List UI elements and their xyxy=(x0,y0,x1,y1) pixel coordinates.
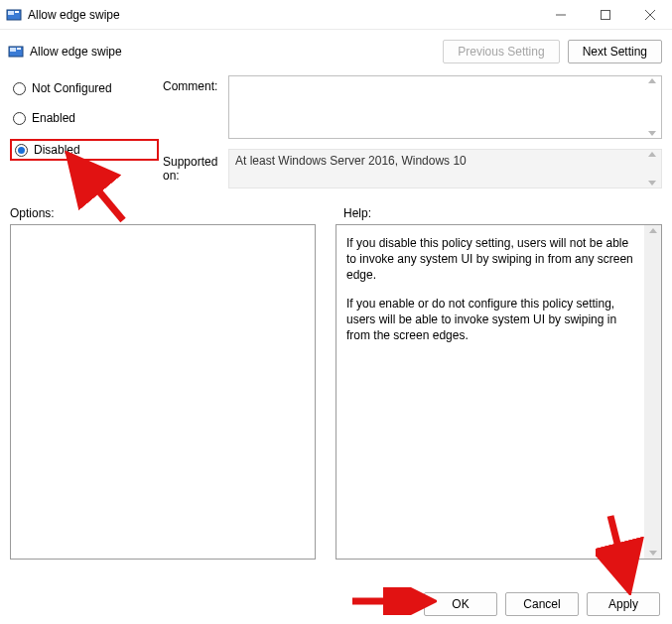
svg-rect-4 xyxy=(601,10,609,19)
minimize-button[interactable] xyxy=(538,0,583,30)
scroll-down-icon xyxy=(648,131,656,136)
policy-icon xyxy=(8,44,24,60)
help-box: If you disable this policy setting, user… xyxy=(336,224,662,560)
titlebar: Allow edge swipe xyxy=(0,0,672,30)
supported-on-value: At least Windows Server 2016, Windows 10 xyxy=(235,154,467,168)
window-title: Allow edge swipe xyxy=(28,8,538,22)
comment-field[interactable] xyxy=(228,75,662,139)
apply-button[interactable]: Apply xyxy=(587,592,660,616)
scrollbar[interactable] xyxy=(645,152,659,186)
maximize-button[interactable] xyxy=(583,0,627,30)
supported-on-field: At least Windows Server 2016, Windows 10 xyxy=(228,149,662,188)
state-radio-group: Not Configured Enabled Disabled xyxy=(10,75,159,188)
next-setting-button[interactable]: Next Setting xyxy=(568,40,662,63)
previous-setting-button: Previous Setting xyxy=(443,40,559,63)
window-controls xyxy=(538,0,672,30)
policy-icon xyxy=(6,7,22,23)
supported-on-label: Supported on: xyxy=(163,149,224,183)
header: Allow edge swipe Previous Setting Next S… xyxy=(0,30,672,69)
svg-rect-1 xyxy=(8,11,14,15)
help-paragraph: If you disable this policy setting, user… xyxy=(346,235,637,284)
options-box xyxy=(10,224,316,560)
setting-name: Allow edge swipe xyxy=(30,45,443,59)
field-labels: Comment: Supported on: xyxy=(163,75,224,188)
ok-button[interactable]: OK xyxy=(424,592,497,616)
svg-rect-2 xyxy=(15,11,19,13)
radio-enabled[interactable]: Enabled xyxy=(10,109,159,127)
cancel-button[interactable]: Cancel xyxy=(505,592,579,616)
dialog-footer: OK Cancel Apply xyxy=(0,584,672,624)
radio-disabled[interactable]: Disabled xyxy=(10,139,159,161)
options-label: Options: xyxy=(10,206,328,220)
help-label: Help: xyxy=(328,206,662,220)
svg-rect-9 xyxy=(17,48,21,50)
scroll-down-icon xyxy=(648,181,656,186)
radio-label: Enabled xyxy=(32,111,75,125)
scrollbar[interactable] xyxy=(644,225,661,559)
radio-label: Disabled xyxy=(34,143,80,157)
radio-icon xyxy=(13,112,26,125)
close-button[interactable] xyxy=(627,0,672,30)
svg-rect-8 xyxy=(10,48,16,52)
radio-icon xyxy=(15,144,28,157)
radio-label: Not Configured xyxy=(32,81,112,95)
radio-not-configured[interactable]: Not Configured xyxy=(10,79,159,97)
scroll-up-icon xyxy=(648,78,656,83)
scroll-up-icon xyxy=(648,152,656,157)
scroll-up-icon xyxy=(649,228,657,233)
scrollbar[interactable] xyxy=(645,78,659,136)
comment-label: Comment: xyxy=(163,79,224,149)
help-paragraph: If you enable or do not configure this p… xyxy=(346,296,637,344)
radio-icon xyxy=(13,82,26,95)
scroll-down-icon xyxy=(649,551,657,556)
